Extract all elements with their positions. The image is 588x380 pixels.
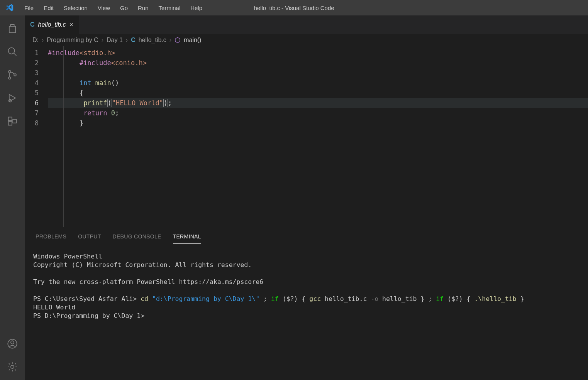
menu-terminal[interactable]: Terminal xyxy=(154,0,186,15)
chevron-right-icon: › xyxy=(102,37,103,44)
svg-point-2 xyxy=(8,77,11,79)
tab-debug-console[interactable]: DEBUG CONSOLE xyxy=(113,233,161,244)
breadcrumb-file[interactable]: hello_tib.c xyxy=(139,37,166,44)
code-content[interactable]: #include<stdio.h> #include<conio.h> int … xyxy=(48,46,588,227)
svg-rect-7 xyxy=(13,119,16,123)
source-control-icon[interactable] xyxy=(6,69,19,81)
tab-problems[interactable]: PROBLEMS xyxy=(36,233,66,244)
activity-bar xyxy=(0,15,25,380)
tab-output[interactable]: OUTPUT xyxy=(78,233,101,244)
c-lang-icon: C xyxy=(131,37,136,44)
line-number: 4 xyxy=(25,78,39,88)
breadcrumb-drive[interactable]: D: xyxy=(32,37,39,44)
close-tab-icon[interactable]: × xyxy=(69,21,74,29)
main-menu: File Edit Selection View Go Run Terminal… xyxy=(19,0,207,15)
search-icon[interactable] xyxy=(6,46,19,58)
window-title: hello_tib.c - Visual Studio Code xyxy=(254,5,334,11)
line-number: 7 xyxy=(25,108,39,118)
code-editor[interactable]: 1 2 3 4 5 6 7 8 #include<stdio.h> #inclu… xyxy=(25,46,588,227)
line-number: 3 xyxy=(25,68,39,78)
menu-selection[interactable]: Selection xyxy=(59,0,93,15)
svg-point-9 xyxy=(11,341,14,344)
breadcrumb-folder1[interactable]: Programming by C xyxy=(47,37,98,44)
extensions-icon[interactable] xyxy=(6,115,19,127)
line-number: 2 xyxy=(25,58,39,68)
explorer-icon[interactable] xyxy=(6,22,19,35)
menu-help[interactable]: Help xyxy=(185,0,207,15)
line-number: 8 xyxy=(25,118,39,128)
run-debug-icon[interactable] xyxy=(6,92,19,104)
breadcrumb-symbol[interactable]: main() xyxy=(184,37,201,44)
terminal-output[interactable]: Windows PowerShell Copyright (C) Microso… xyxy=(25,244,588,380)
title-bar: File Edit Selection View Go Run Terminal… xyxy=(0,0,588,15)
accounts-icon[interactable] xyxy=(6,338,19,350)
panel-tabs: PROBLEMS OUTPUT DEBUG CONSOLE TERMINAL xyxy=(25,227,588,244)
menu-view[interactable]: View xyxy=(93,0,115,15)
line-number: 6 xyxy=(25,98,39,108)
line-gutter: 1 2 3 4 5 6 7 8 xyxy=(25,46,48,227)
tab-filename: hello_tib.c xyxy=(38,21,66,28)
breadcrumb[interactable]: D: › Programming by C › Day 1 › C hello_… xyxy=(25,34,588,46)
svg-point-0 xyxy=(8,48,15,54)
svg-rect-6 xyxy=(8,122,12,125)
tab-terminal[interactable]: TERMINAL xyxy=(173,233,201,244)
chevron-right-icon: › xyxy=(126,37,128,44)
editor-area: C hello_tib.c × D: › Programming by C › … xyxy=(25,15,588,380)
settings-gear-icon[interactable] xyxy=(6,361,19,373)
breadcrumb-folder2[interactable]: Day 1 xyxy=(107,37,123,44)
svg-rect-5 xyxy=(8,117,12,121)
line-number: 1 xyxy=(25,48,39,58)
svg-point-10 xyxy=(11,365,14,368)
tab-hello-tib[interactable]: C hello_tib.c × xyxy=(25,15,79,34)
svg-point-1 xyxy=(8,71,11,73)
bottom-panel: PROBLEMS OUTPUT DEBUG CONSOLE TERMINAL W… xyxy=(25,227,588,380)
chevron-right-icon: › xyxy=(169,37,171,44)
chevron-right-icon: › xyxy=(42,37,44,44)
editor-tabs: C hello_tib.c × xyxy=(25,15,588,34)
menu-go[interactable]: Go xyxy=(115,0,133,15)
menu-run[interactable]: Run xyxy=(133,0,154,15)
symbol-method-icon xyxy=(175,37,181,43)
c-lang-icon: C xyxy=(30,21,35,28)
vscode-logo-icon xyxy=(0,3,19,12)
menu-edit[interactable]: Edit xyxy=(39,0,59,15)
svg-point-3 xyxy=(14,74,16,76)
line-number: 5 xyxy=(25,88,39,98)
menu-file[interactable]: File xyxy=(19,0,39,15)
